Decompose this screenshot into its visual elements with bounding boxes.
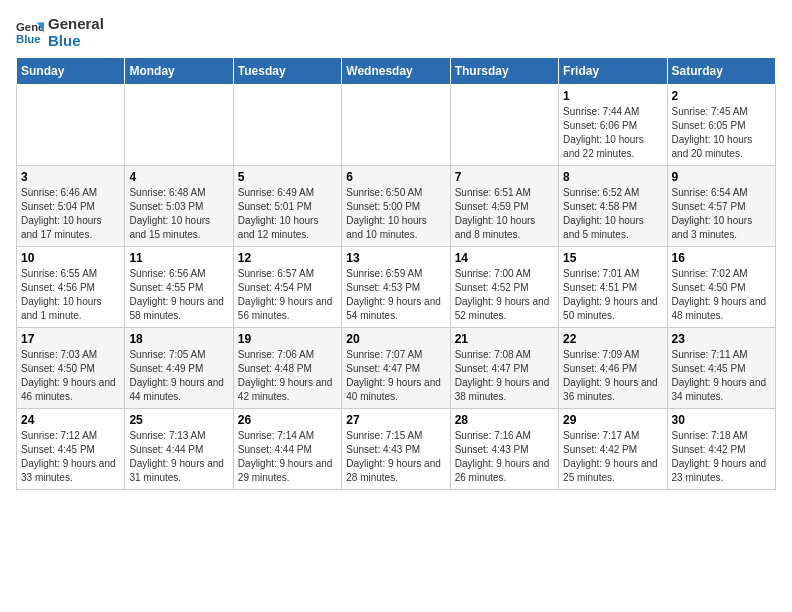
day-number: 7 (455, 170, 554, 184)
day-info: Sunrise: 6:54 AM Sunset: 4:57 PM Dayligh… (672, 186, 771, 242)
calendar-cell: 21Sunrise: 7:08 AM Sunset: 4:47 PM Dayli… (450, 328, 558, 409)
calendar-cell: 15Sunrise: 7:01 AM Sunset: 4:51 PM Dayli… (559, 247, 667, 328)
calendar-cell: 27Sunrise: 7:15 AM Sunset: 4:43 PM Dayli… (342, 409, 450, 490)
day-number: 3 (21, 170, 120, 184)
day-info: Sunrise: 6:59 AM Sunset: 4:53 PM Dayligh… (346, 267, 445, 323)
calendar-cell: 16Sunrise: 7:02 AM Sunset: 4:50 PM Dayli… (667, 247, 775, 328)
calendar-cell: 9Sunrise: 6:54 AM Sunset: 4:57 PM Daylig… (667, 166, 775, 247)
day-number: 18 (129, 332, 228, 346)
calendar-week-row: 17Sunrise: 7:03 AM Sunset: 4:50 PM Dayli… (17, 328, 776, 409)
day-number: 2 (672, 89, 771, 103)
logo-icon: General Blue (16, 19, 44, 47)
day-info: Sunrise: 7:02 AM Sunset: 4:50 PM Dayligh… (672, 267, 771, 323)
day-info: Sunrise: 7:14 AM Sunset: 4:44 PM Dayligh… (238, 429, 337, 485)
day-number: 22 (563, 332, 662, 346)
calendar-cell: 17Sunrise: 7:03 AM Sunset: 4:50 PM Dayli… (17, 328, 125, 409)
day-info: Sunrise: 6:46 AM Sunset: 5:04 PM Dayligh… (21, 186, 120, 242)
calendar-cell (233, 85, 341, 166)
day-number: 21 (455, 332, 554, 346)
calendar-cell: 18Sunrise: 7:05 AM Sunset: 4:49 PM Dayli… (125, 328, 233, 409)
calendar-cell: 19Sunrise: 7:06 AM Sunset: 4:48 PM Dayli… (233, 328, 341, 409)
day-info: Sunrise: 7:15 AM Sunset: 4:43 PM Dayligh… (346, 429, 445, 485)
day-of-week-header: Tuesday (233, 58, 341, 85)
day-number: 8 (563, 170, 662, 184)
calendar-cell: 12Sunrise: 6:57 AM Sunset: 4:54 PM Dayli… (233, 247, 341, 328)
day-number: 10 (21, 251, 120, 265)
calendar-cell: 3Sunrise: 6:46 AM Sunset: 5:04 PM Daylig… (17, 166, 125, 247)
calendar-cell: 5Sunrise: 6:49 AM Sunset: 5:01 PM Daylig… (233, 166, 341, 247)
calendar-week-row: 24Sunrise: 7:12 AM Sunset: 4:45 PM Dayli… (17, 409, 776, 490)
day-number: 19 (238, 332, 337, 346)
day-number: 14 (455, 251, 554, 265)
day-number: 16 (672, 251, 771, 265)
day-info: Sunrise: 7:18 AM Sunset: 4:42 PM Dayligh… (672, 429, 771, 485)
day-info: Sunrise: 6:57 AM Sunset: 4:54 PM Dayligh… (238, 267, 337, 323)
calendar-cell: 14Sunrise: 7:00 AM Sunset: 4:52 PM Dayli… (450, 247, 558, 328)
day-of-week-header: Monday (125, 58, 233, 85)
day-of-week-header: Thursday (450, 58, 558, 85)
day-info: Sunrise: 6:48 AM Sunset: 5:03 PM Dayligh… (129, 186, 228, 242)
day-number: 26 (238, 413, 337, 427)
day-of-week-header: Wednesday (342, 58, 450, 85)
calendar-table: SundayMondayTuesdayWednesdayThursdayFrid… (16, 57, 776, 490)
calendar-cell: 2Sunrise: 7:45 AM Sunset: 6:05 PM Daylig… (667, 85, 775, 166)
calendar-cell: 24Sunrise: 7:12 AM Sunset: 4:45 PM Dayli… (17, 409, 125, 490)
day-info: Sunrise: 7:00 AM Sunset: 4:52 PM Dayligh… (455, 267, 554, 323)
day-number: 23 (672, 332, 771, 346)
calendar-cell: 29Sunrise: 7:17 AM Sunset: 4:42 PM Dayli… (559, 409, 667, 490)
calendar-week-row: 1Sunrise: 7:44 AM Sunset: 6:06 PM Daylig… (17, 85, 776, 166)
calendar-cell: 28Sunrise: 7:16 AM Sunset: 4:43 PM Dayli… (450, 409, 558, 490)
day-info: Sunrise: 6:50 AM Sunset: 5:00 PM Dayligh… (346, 186, 445, 242)
day-of-week-header: Saturday (667, 58, 775, 85)
calendar-cell (17, 85, 125, 166)
day-of-week-header: Friday (559, 58, 667, 85)
calendar-cell: 10Sunrise: 6:55 AM Sunset: 4:56 PM Dayli… (17, 247, 125, 328)
day-info: Sunrise: 6:52 AM Sunset: 4:58 PM Dayligh… (563, 186, 662, 242)
calendar-header-row: SundayMondayTuesdayWednesdayThursdayFrid… (17, 58, 776, 85)
calendar-cell: 30Sunrise: 7:18 AM Sunset: 4:42 PM Dayli… (667, 409, 775, 490)
calendar-week-row: 3Sunrise: 6:46 AM Sunset: 5:04 PM Daylig… (17, 166, 776, 247)
day-info: Sunrise: 7:01 AM Sunset: 4:51 PM Dayligh… (563, 267, 662, 323)
day-info: Sunrise: 7:16 AM Sunset: 4:43 PM Dayligh… (455, 429, 554, 485)
day-number: 27 (346, 413, 445, 427)
day-number: 4 (129, 170, 228, 184)
calendar-cell: 26Sunrise: 7:14 AM Sunset: 4:44 PM Dayli… (233, 409, 341, 490)
calendar-week-row: 10Sunrise: 6:55 AM Sunset: 4:56 PM Dayli… (17, 247, 776, 328)
day-info: Sunrise: 7:09 AM Sunset: 4:46 PM Dayligh… (563, 348, 662, 404)
page-header: General Blue General Blue (16, 16, 776, 49)
day-info: Sunrise: 7:44 AM Sunset: 6:06 PM Dayligh… (563, 105, 662, 161)
day-number: 9 (672, 170, 771, 184)
calendar-cell: 6Sunrise: 6:50 AM Sunset: 5:00 PM Daylig… (342, 166, 450, 247)
day-number: 11 (129, 251, 228, 265)
day-info: Sunrise: 6:56 AM Sunset: 4:55 PM Dayligh… (129, 267, 228, 323)
day-info: Sunrise: 7:07 AM Sunset: 4:47 PM Dayligh… (346, 348, 445, 404)
calendar-cell: 20Sunrise: 7:07 AM Sunset: 4:47 PM Dayli… (342, 328, 450, 409)
calendar-cell: 22Sunrise: 7:09 AM Sunset: 4:46 PM Dayli… (559, 328, 667, 409)
calendar-cell: 11Sunrise: 6:56 AM Sunset: 4:55 PM Dayli… (125, 247, 233, 328)
logo-general: General (48, 16, 104, 33)
day-info: Sunrise: 6:51 AM Sunset: 4:59 PM Dayligh… (455, 186, 554, 242)
day-number: 25 (129, 413, 228, 427)
day-info: Sunrise: 6:49 AM Sunset: 5:01 PM Dayligh… (238, 186, 337, 242)
svg-text:Blue: Blue (16, 32, 41, 44)
day-info: Sunrise: 6:55 AM Sunset: 4:56 PM Dayligh… (21, 267, 120, 323)
day-info: Sunrise: 7:13 AM Sunset: 4:44 PM Dayligh… (129, 429, 228, 485)
calendar-cell: 13Sunrise: 6:59 AM Sunset: 4:53 PM Dayli… (342, 247, 450, 328)
day-info: Sunrise: 7:11 AM Sunset: 4:45 PM Dayligh… (672, 348, 771, 404)
day-info: Sunrise: 7:45 AM Sunset: 6:05 PM Dayligh… (672, 105, 771, 161)
day-number: 24 (21, 413, 120, 427)
day-number: 6 (346, 170, 445, 184)
day-number: 28 (455, 413, 554, 427)
day-number: 30 (672, 413, 771, 427)
logo: General Blue General Blue (16, 16, 104, 49)
calendar-cell: 7Sunrise: 6:51 AM Sunset: 4:59 PM Daylig… (450, 166, 558, 247)
calendar-cell: 25Sunrise: 7:13 AM Sunset: 4:44 PM Dayli… (125, 409, 233, 490)
day-info: Sunrise: 7:03 AM Sunset: 4:50 PM Dayligh… (21, 348, 120, 404)
calendar-cell: 23Sunrise: 7:11 AM Sunset: 4:45 PM Dayli… (667, 328, 775, 409)
day-info: Sunrise: 7:17 AM Sunset: 4:42 PM Dayligh… (563, 429, 662, 485)
day-number: 15 (563, 251, 662, 265)
day-info: Sunrise: 7:05 AM Sunset: 4:49 PM Dayligh… (129, 348, 228, 404)
day-info: Sunrise: 7:06 AM Sunset: 4:48 PM Dayligh… (238, 348, 337, 404)
logo-blue: Blue (48, 33, 104, 50)
day-number: 17 (21, 332, 120, 346)
